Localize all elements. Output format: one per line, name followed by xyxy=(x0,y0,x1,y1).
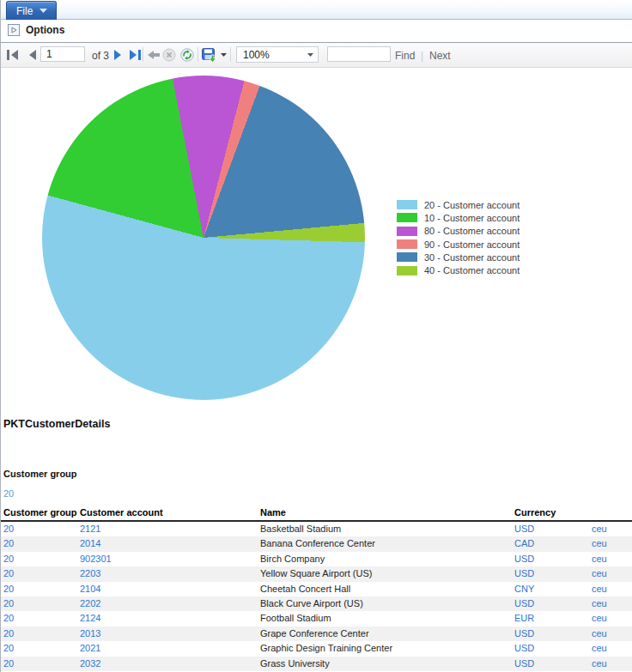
cell-customer-group[interactable]: 20 xyxy=(3,566,14,581)
cell-currency[interactable]: USD xyxy=(514,657,534,671)
legend-item: 90 - Customer account xyxy=(397,238,520,251)
cell-customer-account[interactable]: 2104 xyxy=(80,582,100,596)
cell-customer-account[interactable]: 2202 xyxy=(80,596,100,611)
cell-currency[interactable]: USD xyxy=(514,641,534,656)
table-row: 202021Graphic Design Training CenterUSDc… xyxy=(1,641,632,656)
zoom-select[interactable]: 100% xyxy=(236,46,319,63)
legend-item: 20 - Customer account xyxy=(397,198,520,211)
cell-customer-account[interactable]: 2021 xyxy=(80,641,100,656)
cell-customer-group[interactable]: 20 xyxy=(3,611,14,626)
cell-company[interactable]: ceu xyxy=(592,582,607,596)
table-row: 202202Black Curve Airport (US)USDceu xyxy=(1,596,632,611)
cell-name: Graphic Design Training Center xyxy=(260,641,392,656)
cell-customer-group[interactable]: 20 xyxy=(3,536,14,551)
cell-customer-account[interactable]: 2013 xyxy=(80,627,100,641)
legend-item: 10 - Customer account xyxy=(397,211,520,224)
legend-item: 30 - Customer account xyxy=(397,251,520,263)
cell-company[interactable]: ceu xyxy=(592,536,607,551)
cell-company[interactable]: ceu xyxy=(592,611,607,626)
options-button[interactable]: Options xyxy=(8,24,64,36)
report-page: 20 - Customer account10 - Customer accou… xyxy=(1,68,632,672)
cell-name: Basketball Stadium xyxy=(260,522,341,536)
table-row: 202203Yellow Square Airport (US)USDceu xyxy=(1,566,632,581)
last-page-icon[interactable] xyxy=(129,50,141,60)
table-row: 202121Basketball StadiumUSDceu xyxy=(1,522,632,536)
cell-customer-group[interactable]: 20 xyxy=(3,657,14,671)
cell-currency[interactable]: USD xyxy=(514,627,534,641)
report-toolbar: of 3 xyxy=(1,43,632,68)
table-row: 202013Grape Conference CenterUSDceu xyxy=(1,627,632,641)
column-header: Customer group xyxy=(3,507,77,518)
legend-item: 80 - Customer account xyxy=(397,225,520,238)
cell-company[interactable]: ceu xyxy=(592,627,607,641)
chart-legend: 20 - Customer account10 - Customer accou… xyxy=(397,198,520,277)
cell-customer-group[interactable]: 20 xyxy=(3,552,14,566)
cell-company[interactable]: ceu xyxy=(592,552,607,566)
cell-customer-group[interactable]: 20 xyxy=(3,582,14,596)
next-page-icon[interactable] xyxy=(113,50,122,60)
toolbar-separator xyxy=(143,47,143,62)
cell-customer-account[interactable]: 2203 xyxy=(80,566,100,581)
cell-currency[interactable]: USD xyxy=(514,566,534,581)
zoom-value: 100% xyxy=(243,49,270,61)
page-count-label: of 3 xyxy=(92,50,109,62)
report-title: PKTCustomerDetails xyxy=(3,418,110,430)
cell-name: Grass University xyxy=(260,657,330,671)
export-save-icon[interactable] xyxy=(202,48,218,63)
back-icon[interactable] xyxy=(148,50,160,60)
page-number-input[interactable] xyxy=(40,46,85,62)
find-link[interactable]: Find xyxy=(395,50,415,62)
cell-customer-account[interactable]: 2032 xyxy=(80,657,100,671)
options-bar: Options xyxy=(1,20,632,43)
cell-company[interactable]: ceu xyxy=(592,566,607,581)
cell-currency[interactable]: USD xyxy=(514,522,534,536)
legend-swatch-icon xyxy=(397,252,417,262)
cell-company[interactable]: ceu xyxy=(592,641,607,656)
file-menu-label: File xyxy=(7,5,33,17)
next-link[interactable]: Next xyxy=(429,50,451,62)
parameter-label: Customer group xyxy=(3,469,77,479)
table-body: 202121Basketball StadiumUSDceu202014Bana… xyxy=(1,522,632,671)
cell-currency[interactable]: CNY xyxy=(514,582,534,596)
cell-company[interactable]: ceu xyxy=(592,522,607,536)
cell-customer-account[interactable]: 2121 xyxy=(80,522,100,536)
find-next-separator: | xyxy=(421,50,423,62)
export-dropdown-caret-icon[interactable] xyxy=(221,53,227,57)
cell-customer-group[interactable]: 20 xyxy=(3,627,14,641)
previous-page-icon[interactable] xyxy=(28,50,37,60)
cell-customer-account[interactable]: 2124 xyxy=(80,611,100,626)
search-input[interactable] xyxy=(327,46,391,62)
cell-customer-group[interactable]: 20 xyxy=(3,596,14,611)
table-row: 202104Cheetah Concert HallCNYceu xyxy=(1,582,632,596)
zoom-caret-icon xyxy=(307,53,313,57)
table-row: 202014Banana Conference CenterCADceu xyxy=(1,536,632,551)
cell-currency[interactable]: USD xyxy=(514,596,534,611)
cell-company[interactable]: ceu xyxy=(592,596,607,611)
column-header: Customer account xyxy=(80,507,163,518)
cell-customer-group[interactable]: 20 xyxy=(3,641,14,656)
legend-swatch-icon xyxy=(397,200,417,209)
stop-icon[interactable] xyxy=(162,48,176,62)
table-row: 20902301Birch CompanyUSDceu xyxy=(1,552,632,566)
legend-label: 20 - Customer account xyxy=(424,200,520,210)
cell-company[interactable]: ceu xyxy=(592,657,607,671)
column-header: Name xyxy=(260,507,286,518)
refresh-icon[interactable] xyxy=(180,48,194,62)
toolbar-separator xyxy=(198,47,198,62)
cell-name: Cheetah Concert Hall xyxy=(260,582,350,596)
file-menu-button[interactable]: File xyxy=(6,1,57,20)
file-menu-caret-icon xyxy=(40,9,47,13)
cell-customer-account[interactable]: 902301 xyxy=(80,552,112,566)
cell-customer-group[interactable]: 20 xyxy=(3,522,14,536)
cell-currency[interactable]: USD xyxy=(514,552,534,566)
parameter-value-link[interactable]: 20 xyxy=(3,488,14,499)
cell-name: Yellow Square Airport (US) xyxy=(260,566,372,581)
legend-swatch-icon xyxy=(397,239,417,249)
legend-label: 30 - Customer account xyxy=(424,252,520,263)
cell-currency[interactable]: EUR xyxy=(514,611,534,626)
cell-customer-account[interactable]: 2014 xyxy=(80,536,100,551)
legend-swatch-icon xyxy=(397,227,417,236)
options-icon xyxy=(8,24,20,36)
cell-currency[interactable]: CAD xyxy=(514,536,534,551)
first-page-icon[interactable] xyxy=(7,50,19,60)
